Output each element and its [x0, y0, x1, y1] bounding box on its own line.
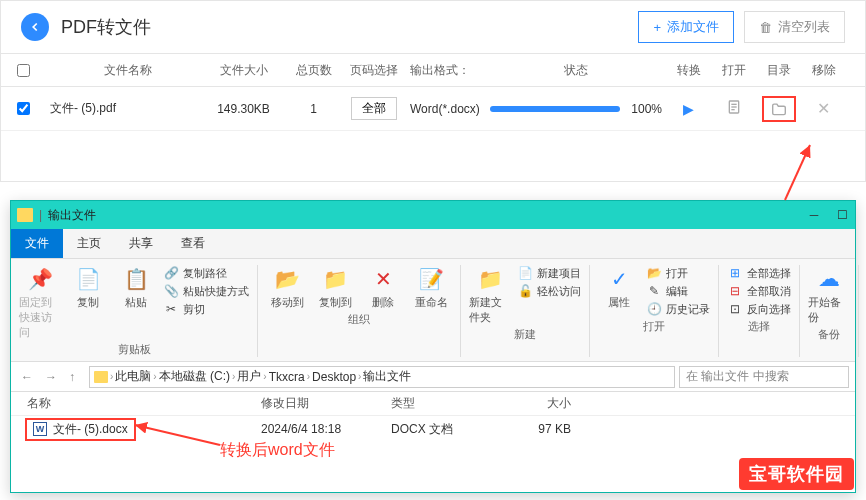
minimize-button[interactable]: ─ [807, 208, 821, 222]
crumb[interactable]: Desktop [312, 370, 356, 384]
tab-view[interactable]: 查看 [167, 229, 219, 258]
paste-button[interactable]: 📋粘贴 [115, 265, 157, 310]
copy-path-button[interactable]: 🔗复制路径 [163, 265, 249, 281]
header-dir: 目录 [756, 62, 801, 79]
ribbon-group-clipboard: 📌固定到快速访问 📄复制 📋粘贴 🔗复制路径 📎粘贴快捷方式 ✂剪切 剪贴板 [11, 265, 258, 357]
maximize-button[interactable]: ☐ [835, 208, 849, 222]
clear-list-label: 清空列表 [778, 18, 830, 36]
pin-button[interactable]: 📌固定到快速访问 [19, 265, 61, 340]
header-format: 输出格式： [406, 62, 486, 79]
open-group-label: 打开 [643, 319, 665, 334]
header-status: 状态 [486, 62, 666, 79]
paste-shortcut-label: 粘贴快捷方式 [183, 284, 249, 299]
header-checkbox-cell [1, 64, 46, 77]
add-file-button[interactable]: + 添加文件 [638, 11, 734, 43]
trash-icon: 🗑 [759, 20, 772, 35]
properties-label: 属性 [608, 295, 630, 310]
tab-file[interactable]: 文件 [11, 229, 63, 258]
copy-path-label: 复制路径 [183, 266, 227, 281]
page-select-button[interactable]: 全部 [351, 97, 397, 120]
header-select: 页码选择 [341, 62, 406, 79]
tab-home[interactable]: 主页 [63, 229, 115, 258]
select-none-label: 全部取消 [747, 284, 791, 299]
play-icon[interactable]: ▶ [683, 101, 694, 117]
back-button[interactable] [21, 13, 49, 41]
properties-button[interactable]: ✓属性 [598, 265, 640, 310]
new-folder-label: 新建文件夹 [469, 295, 511, 325]
cut-label: 剪切 [183, 302, 205, 317]
select-all-button[interactable]: ⊞全部选择 [727, 265, 791, 281]
delete-label: 删除 [372, 295, 394, 310]
history-label: 历史记录 [666, 302, 710, 317]
copy-to-button[interactable]: 📁复制到 [314, 265, 356, 310]
col-name[interactable]: 名称 [11, 395, 261, 412]
highlighted-file: W 文件- (5).docx [25, 418, 136, 441]
open-button[interactable]: 📂打开 [646, 265, 710, 281]
crumb[interactable]: 输出文件 [363, 368, 411, 385]
window-title: 输出文件 [48, 207, 96, 224]
page-title: PDF转文件 [61, 15, 151, 39]
converter-header: PDF转文件 + 添加文件 🗑 清空列表 [1, 1, 865, 53]
delete-button[interactable]: ✕删除 [362, 265, 404, 310]
address-bar[interactable]: › 此电脑› 本地磁盘 (C:)› 用户› Tkxcra› Desktop› 输… [89, 366, 675, 388]
row-size: 149.30KB [201, 102, 286, 116]
titlebar-left: | 输出文件 [17, 207, 96, 224]
table-header: 文件名称 文件大小 总页数 页码选择 输出格式： 状态 转换 打开 目录 移除 [1, 53, 865, 87]
cut-button[interactable]: ✂剪切 [163, 301, 249, 317]
col-type[interactable]: 类型 [391, 395, 501, 412]
crumb[interactable]: 此电脑 [115, 368, 151, 385]
copy-button[interactable]: 📄复制 [67, 265, 109, 310]
nav-forward-icon[interactable]: → [41, 368, 61, 386]
nav-back-icon[interactable]: ← [17, 368, 37, 386]
window-titlebar[interactable]: | 输出文件 ─ ☐ [11, 201, 855, 229]
header-convert: 转换 [666, 62, 711, 79]
invert-selection-button[interactable]: ⊡反向选择 [727, 301, 791, 317]
tab-share[interactable]: 共享 [115, 229, 167, 258]
move-to-button[interactable]: 📂移动到 [266, 265, 308, 310]
add-file-label: 添加文件 [667, 18, 719, 36]
file-row[interactable]: W 文件- (5).docx 2024/6/4 18:18 DOCX 文档 97… [11, 416, 855, 442]
new-item-button[interactable]: 📄新建项目 [517, 265, 581, 281]
ribbon: 📌固定到快速访问 📄复制 📋粘贴 🔗复制路径 📎粘贴快捷方式 ✂剪切 剪贴板 📂… [11, 259, 855, 362]
organize-group-label: 组织 [348, 312, 370, 327]
move-to-label: 移动到 [271, 295, 304, 310]
select-all-checkbox[interactable] [17, 64, 30, 77]
easy-access-button[interactable]: 🔓轻松访问 [517, 283, 581, 299]
new-folder-button[interactable]: 📁新建文件夹 [469, 265, 511, 325]
select-none-button[interactable]: ⊟全部取消 [727, 283, 791, 299]
new-group-label: 新建 [514, 327, 536, 342]
watermark: 宝哥软件园 [739, 458, 854, 490]
row-format: Word(*.docx) [406, 102, 486, 116]
folder-icon [94, 371, 108, 383]
row-pages: 1 [286, 102, 341, 116]
ribbon-tabs: 文件 主页 共享 查看 [11, 229, 855, 259]
crumb[interactable]: Tkxcra [269, 370, 305, 384]
backup-label: 开始备份 [808, 295, 850, 325]
history-button[interactable]: 🕘历史记录 [646, 301, 710, 317]
remove-icon[interactable]: ✕ [817, 100, 830, 117]
word-icon: W [33, 422, 47, 436]
edit-button[interactable]: ✎编辑 [646, 283, 710, 299]
ribbon-group-select: ⊞全部选择 ⊟全部取消 ⊡反向选择 选择 [719, 265, 800, 357]
nav-arrows: ← → ↑ [11, 368, 85, 386]
crumb[interactable]: 用户 [237, 368, 261, 385]
search-placeholder: 在 输出文件 中搜索 [686, 368, 789, 385]
crumb[interactable]: 本地磁盘 (C:) [159, 368, 230, 385]
header-name: 文件名称 [46, 62, 201, 79]
paste-shortcut-button[interactable]: 📎粘贴快捷方式 [163, 283, 249, 299]
col-date[interactable]: 修改日期 [261, 395, 391, 412]
search-input[interactable]: 在 输出文件 中搜索 [679, 366, 849, 388]
row-checkbox[interactable] [17, 102, 30, 115]
folder-icon [17, 208, 33, 222]
document-icon[interactable] [726, 104, 742, 118]
open-folder-button[interactable] [762, 96, 796, 122]
title-group: PDF转文件 [21, 13, 151, 41]
file-type: DOCX 文档 [391, 421, 501, 438]
new-item-label: 新建项目 [537, 266, 581, 281]
backup-button[interactable]: ☁开始备份 [808, 265, 850, 325]
clear-list-button[interactable]: 🗑 清空列表 [744, 11, 845, 43]
col-size[interactable]: 大小 [501, 395, 591, 412]
nav-up-icon[interactable]: ↑ [65, 368, 79, 386]
copy-label: 复制 [77, 295, 99, 310]
rename-button[interactable]: 📝重命名 [410, 265, 452, 310]
